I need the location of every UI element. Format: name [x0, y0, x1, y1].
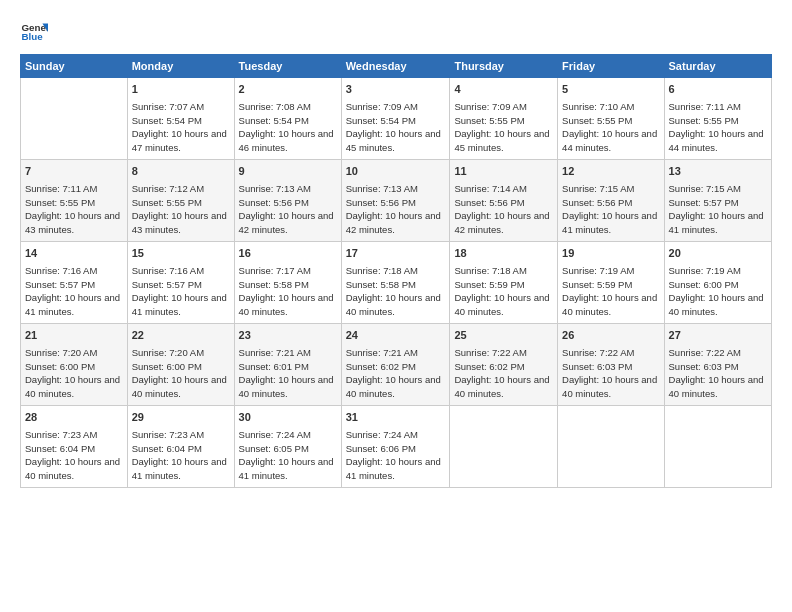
sunrise-text: Sunrise: 7:22 AM: [454, 347, 526, 358]
calendar-cell: 28Sunrise: 7:23 AMSunset: 6:04 PMDayligh…: [21, 406, 128, 488]
daylight-text: Daylight: 10 hours and 41 minutes.: [562, 210, 657, 235]
week-row-4: 28Sunrise: 7:23 AMSunset: 6:04 PMDayligh…: [21, 406, 772, 488]
calendar-cell: 25Sunrise: 7:22 AMSunset: 6:02 PMDayligh…: [450, 324, 558, 406]
day-number: 14: [25, 246, 123, 262]
weekday-header-tuesday: Tuesday: [234, 55, 341, 78]
daylight-text: Daylight: 10 hours and 44 minutes.: [562, 128, 657, 153]
day-number: 17: [346, 246, 446, 262]
sunrise-text: Sunrise: 7:14 AM: [454, 183, 526, 194]
sunset-text: Sunset: 5:58 PM: [239, 279, 309, 290]
day-number: 12: [562, 164, 659, 180]
calendar-cell: 18Sunrise: 7:18 AMSunset: 5:59 PMDayligh…: [450, 242, 558, 324]
daylight-text: Daylight: 10 hours and 43 minutes.: [132, 210, 227, 235]
sunrise-text: Sunrise: 7:10 AM: [562, 101, 634, 112]
day-number: 6: [669, 82, 767, 98]
daylight-text: Daylight: 10 hours and 40 minutes.: [454, 292, 549, 317]
calendar-cell: 21Sunrise: 7:20 AMSunset: 6:00 PMDayligh…: [21, 324, 128, 406]
weekday-header-wednesday: Wednesday: [341, 55, 450, 78]
day-number: 21: [25, 328, 123, 344]
day-number: 16: [239, 246, 337, 262]
daylight-text: Daylight: 10 hours and 45 minutes.: [346, 128, 441, 153]
calendar-cell: 19Sunrise: 7:19 AMSunset: 5:59 PMDayligh…: [558, 242, 664, 324]
sunrise-text: Sunrise: 7:12 AM: [132, 183, 204, 194]
weekday-header-friday: Friday: [558, 55, 664, 78]
sunset-text: Sunset: 6:02 PM: [346, 361, 416, 372]
sunset-text: Sunset: 6:02 PM: [454, 361, 524, 372]
sunrise-text: Sunrise: 7:07 AM: [132, 101, 204, 112]
calendar-table: SundayMondayTuesdayWednesdayThursdayFrid…: [20, 54, 772, 488]
calendar-cell: 6Sunrise: 7:11 AMSunset: 5:55 PMDaylight…: [664, 78, 771, 160]
sunrise-text: Sunrise: 7:18 AM: [346, 265, 418, 276]
calendar-cell: 13Sunrise: 7:15 AMSunset: 5:57 PMDayligh…: [664, 160, 771, 242]
sunrise-text: Sunrise: 7:22 AM: [669, 347, 741, 358]
day-number: 8: [132, 164, 230, 180]
day-number: 13: [669, 164, 767, 180]
sunset-text: Sunset: 6:00 PM: [132, 361, 202, 372]
day-number: 28: [25, 410, 123, 426]
day-number: 23: [239, 328, 337, 344]
day-number: 25: [454, 328, 553, 344]
daylight-text: Daylight: 10 hours and 41 minutes.: [132, 456, 227, 481]
daylight-text: Daylight: 10 hours and 40 minutes.: [346, 292, 441, 317]
sunrise-text: Sunrise: 7:20 AM: [25, 347, 97, 358]
daylight-text: Daylight: 10 hours and 41 minutes.: [132, 292, 227, 317]
calendar-cell: 10Sunrise: 7:13 AMSunset: 5:56 PMDayligh…: [341, 160, 450, 242]
sunset-text: Sunset: 6:04 PM: [25, 443, 95, 454]
sunrise-text: Sunrise: 7:11 AM: [669, 101, 741, 112]
sunset-text: Sunset: 5:55 PM: [25, 197, 95, 208]
calendar-cell: 9Sunrise: 7:13 AMSunset: 5:56 PMDaylight…: [234, 160, 341, 242]
day-number: 20: [669, 246, 767, 262]
daylight-text: Daylight: 10 hours and 43 minutes.: [25, 210, 120, 235]
calendar-cell: 20Sunrise: 7:19 AMSunset: 6:00 PMDayligh…: [664, 242, 771, 324]
calendar-cell: 8Sunrise: 7:12 AMSunset: 5:55 PMDaylight…: [127, 160, 234, 242]
daylight-text: Daylight: 10 hours and 40 minutes.: [562, 374, 657, 399]
day-number: 15: [132, 246, 230, 262]
daylight-text: Daylight: 10 hours and 42 minutes.: [239, 210, 334, 235]
sunrise-text: Sunrise: 7:13 AM: [346, 183, 418, 194]
daylight-text: Daylight: 10 hours and 46 minutes.: [239, 128, 334, 153]
sunset-text: Sunset: 6:03 PM: [562, 361, 632, 372]
daylight-text: Daylight: 10 hours and 47 minutes.: [132, 128, 227, 153]
sunset-text: Sunset: 5:54 PM: [239, 115, 309, 126]
sunset-text: Sunset: 5:54 PM: [346, 115, 416, 126]
day-number: 27: [669, 328, 767, 344]
daylight-text: Daylight: 10 hours and 40 minutes.: [239, 292, 334, 317]
day-number: 3: [346, 82, 446, 98]
calendar-cell: [558, 406, 664, 488]
calendar-cell: 22Sunrise: 7:20 AMSunset: 6:00 PMDayligh…: [127, 324, 234, 406]
sunrise-text: Sunrise: 7:09 AM: [454, 101, 526, 112]
sunrise-text: Sunrise: 7:09 AM: [346, 101, 418, 112]
sunset-text: Sunset: 6:00 PM: [25, 361, 95, 372]
weekday-header-saturday: Saturday: [664, 55, 771, 78]
sunrise-text: Sunrise: 7:13 AM: [239, 183, 311, 194]
sunrise-text: Sunrise: 7:11 AM: [25, 183, 97, 194]
week-row-3: 21Sunrise: 7:20 AMSunset: 6:00 PMDayligh…: [21, 324, 772, 406]
sunset-text: Sunset: 6:03 PM: [669, 361, 739, 372]
sunrise-text: Sunrise: 7:21 AM: [239, 347, 311, 358]
sunset-text: Sunset: 5:57 PM: [132, 279, 202, 290]
sunset-text: Sunset: 6:01 PM: [239, 361, 309, 372]
sunset-text: Sunset: 5:57 PM: [25, 279, 95, 290]
week-row-2: 14Sunrise: 7:16 AMSunset: 5:57 PMDayligh…: [21, 242, 772, 324]
day-number: 1: [132, 82, 230, 98]
svg-text:Blue: Blue: [21, 31, 43, 42]
sunrise-text: Sunrise: 7:24 AM: [346, 429, 418, 440]
day-number: 26: [562, 328, 659, 344]
daylight-text: Daylight: 10 hours and 40 minutes.: [669, 374, 764, 399]
daylight-text: Daylight: 10 hours and 40 minutes.: [239, 374, 334, 399]
sunrise-text: Sunrise: 7:22 AM: [562, 347, 634, 358]
day-number: 7: [25, 164, 123, 180]
sunrise-text: Sunrise: 7:08 AM: [239, 101, 311, 112]
daylight-text: Daylight: 10 hours and 41 minutes.: [239, 456, 334, 481]
logo: General Blue: [20, 18, 48, 46]
calendar-cell: 5Sunrise: 7:10 AMSunset: 5:55 PMDaylight…: [558, 78, 664, 160]
calendar-cell: 12Sunrise: 7:15 AMSunset: 5:56 PMDayligh…: [558, 160, 664, 242]
calendar-cell: [21, 78, 128, 160]
sunrise-text: Sunrise: 7:24 AM: [239, 429, 311, 440]
calendar-cell: 23Sunrise: 7:21 AMSunset: 6:01 PMDayligh…: [234, 324, 341, 406]
week-row-1: 7Sunrise: 7:11 AMSunset: 5:55 PMDaylight…: [21, 160, 772, 242]
weekday-header-row: SundayMondayTuesdayWednesdayThursdayFrid…: [21, 55, 772, 78]
sunset-text: Sunset: 5:56 PM: [454, 197, 524, 208]
sunrise-text: Sunrise: 7:15 AM: [669, 183, 741, 194]
calendar-cell: 2Sunrise: 7:08 AMSunset: 5:54 PMDaylight…: [234, 78, 341, 160]
